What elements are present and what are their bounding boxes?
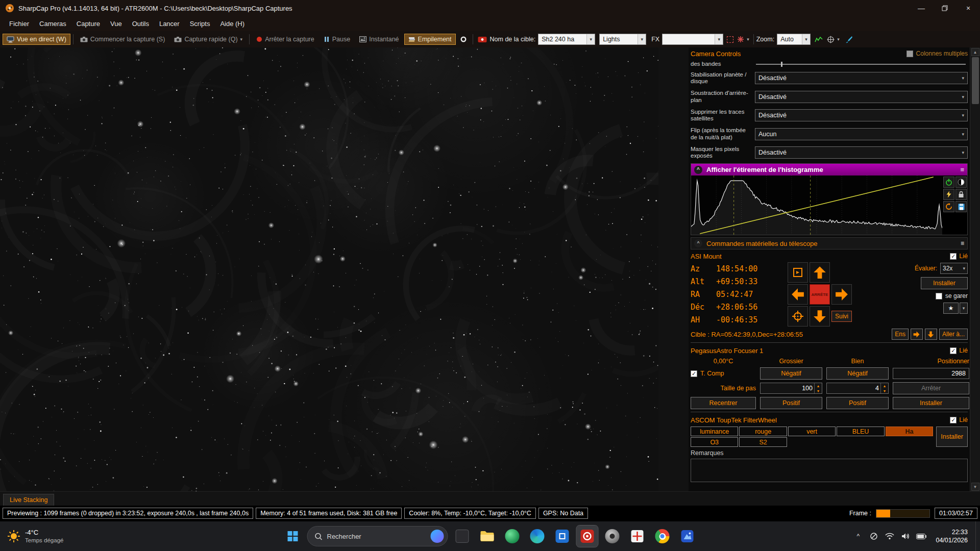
start-capture-button[interactable]: Commencer la capture (S) bbox=[76, 34, 169, 45]
spinner-arrows[interactable]: ▲▼ bbox=[880, 383, 888, 393]
focuser-stop-button[interactable]: Arrêter bbox=[893, 382, 969, 394]
close-button[interactable]: × bbox=[957, 0, 980, 16]
filter-bleu[interactable]: BLEU bbox=[837, 427, 884, 436]
photos-app-icon[interactable] bbox=[677, 525, 698, 547]
search-box[interactable]: Rechercher bbox=[307, 526, 448, 546]
slew-rate-dropdown[interactable]: 32x▾ bbox=[940, 263, 968, 274]
fx-combo[interactable]: ▾ bbox=[662, 34, 723, 45]
menu-lancer[interactable]: Lancer bbox=[154, 16, 185, 31]
filter-rouge[interactable]: rouge bbox=[739, 427, 787, 436]
taskbar-clock[interactable]: 22:33 04/01/2026 bbox=[930, 528, 973, 545]
filter-vert[interactable]: vert bbox=[788, 427, 836, 436]
weather-widget[interactable]: -4°C Temps dégagé bbox=[0, 521, 70, 551]
scroll-down-icon[interactable]: ▼ bbox=[971, 483, 979, 491]
menu-cameras[interactable]: Cameras bbox=[34, 16, 71, 31]
star-dropdown[interactable]: ▾ bbox=[960, 303, 968, 314]
histogram-curve-icon[interactable] bbox=[812, 36, 826, 43]
chevron-down-icon[interactable]: ▾ bbox=[836, 37, 841, 42]
frame-slew-button[interactable] bbox=[788, 262, 808, 283]
menu-scripts[interactable]: Scripts bbox=[185, 16, 215, 31]
panel-scrollbar[interactable]: ▲ ▼ bbox=[970, 47, 980, 491]
panel-splitter[interactable] bbox=[658, 47, 689, 491]
background-subtraction-dropdown[interactable]: Désactivé▾ bbox=[755, 91, 968, 103]
fine-negative-button[interactable]: Négatif bbox=[826, 367, 889, 380]
filter-s2[interactable]: S2 bbox=[739, 437, 787, 447]
star-button[interactable]: ★ bbox=[943, 303, 959, 314]
show-desktop-button[interactable] bbox=[975, 521, 978, 551]
coarse-step-spinner[interactable]: 100 ▲▼ bbox=[760, 383, 822, 394]
goto-button[interactable]: Aller à... bbox=[939, 329, 968, 340]
temp-comp-toggle[interactable]: ✓T. Comp bbox=[691, 370, 756, 377]
filter-o3[interactable]: O3 bbox=[691, 437, 738, 447]
start-button[interactable] bbox=[282, 525, 304, 547]
push-target-button[interactable] bbox=[911, 329, 923, 340]
park-checkbox[interactable] bbox=[936, 293, 942, 299]
hide-pixels-dropdown[interactable]: Désactivé▾ bbox=[755, 146, 968, 159]
slew-east-button[interactable] bbox=[831, 284, 852, 305]
volume-icon[interactable] bbox=[899, 530, 912, 543]
search-highlight-icon[interactable] bbox=[431, 530, 444, 543]
banding-slider[interactable] bbox=[756, 64, 966, 65]
selection-area-icon[interactable] bbox=[724, 36, 736, 43]
battery-icon[interactable] bbox=[915, 530, 928, 543]
notes-textarea[interactable] bbox=[691, 459, 968, 482]
coarse-negative-button[interactable]: Négatif bbox=[760, 367, 822, 380]
collapse-icon[interactable]: ^ bbox=[694, 239, 702, 247]
flip-dropdown[interactable]: Aucun▾ bbox=[755, 128, 968, 140]
scroll-up-icon[interactable]: ▲ bbox=[971, 48, 979, 56]
multi-columns-checkbox[interactable] bbox=[906, 51, 913, 57]
stacking-button[interactable]: Empilement bbox=[404, 34, 456, 45]
mount-linked-checkbox[interactable]: ✓ bbox=[950, 253, 957, 260]
pull-target-button[interactable] bbox=[925, 329, 937, 340]
black-white-level-icon[interactable] bbox=[955, 177, 967, 188]
scrollbar-thumb[interactable] bbox=[972, 57, 979, 104]
histogram-header[interactable]: ^ Afficher l'étirement de l'histogramme … bbox=[691, 164, 967, 176]
collapse-icon[interactable]: ^ bbox=[694, 166, 702, 174]
temp-comp-checkbox[interactable]: ✓ bbox=[691, 370, 697, 377]
recenter-button[interactable]: Recentrer bbox=[691, 397, 756, 409]
stop-capture-button[interactable]: Arrêter la capture bbox=[252, 34, 318, 45]
telescope-section-header[interactable]: ^ Commandes matérielles du télescope ≡ bbox=[691, 237, 968, 249]
lock-icon[interactable] bbox=[955, 189, 967, 200]
stabilisation-dropdown[interactable]: Désactivé▾ bbox=[755, 72, 968, 84]
mount-linked-toggle[interactable]: ✓ Lié bbox=[950, 253, 968, 260]
app-icon[interactable] bbox=[5, 4, 14, 13]
auto-stretch-icon[interactable] bbox=[943, 177, 954, 188]
snapshot-button[interactable]: Instantané bbox=[355, 34, 403, 45]
slew-west-button[interactable] bbox=[788, 284, 808, 305]
focuser-install-button[interactable]: Installer bbox=[893, 397, 969, 409]
slew-south-button[interactable] bbox=[810, 306, 830, 327]
park-toggle[interactable]: se garer bbox=[936, 292, 968, 299]
live-stacking-tab[interactable]: Live Stacking bbox=[3, 494, 54, 506]
quick-capture-button[interactable]: Capture rapide (Q) ▾ bbox=[170, 34, 247, 45]
tray-chevron-icon[interactable]: ^ bbox=[851, 530, 865, 543]
histogram-canvas[interactable] bbox=[691, 176, 942, 235]
satellite-trails-dropdown[interactable]: Désactivé▾ bbox=[755, 109, 968, 121]
spinner-arrows[interactable]: ▲▼ bbox=[814, 383, 822, 393]
wifi-icon[interactable] bbox=[883, 530, 896, 543]
menu-icon[interactable]: ≡ bbox=[960, 166, 964, 173]
tracking-button[interactable]: Suivi bbox=[831, 311, 852, 322]
app-dark-window[interactable] bbox=[452, 525, 473, 547]
fx-clear-icon[interactable] bbox=[737, 36, 744, 43]
zoom-combo[interactable]: Auto ▾ bbox=[777, 34, 811, 45]
ens-button[interactable]: Ens bbox=[892, 329, 909, 340]
slew-north-button[interactable] bbox=[810, 262, 830, 283]
menu-outils[interactable]: Outils bbox=[127, 16, 154, 31]
focuser-linked-checkbox[interactable]: ✓ bbox=[950, 347, 957, 354]
target-name-combo[interactable]: Sh2 240 ha ▾ bbox=[538, 34, 595, 45]
chrome-browser-icon[interactable] bbox=[652, 525, 673, 547]
frame-type-combo[interactable]: Lights ▾ bbox=[599, 34, 646, 45]
planetarium-app-icon[interactable] bbox=[502, 525, 523, 547]
edge-browser-icon[interactable] bbox=[527, 525, 548, 547]
do-not-disturb-icon[interactable] bbox=[867, 530, 880, 543]
menu-vue[interactable]: Vue bbox=[105, 16, 127, 31]
filterwheel-linked-toggle[interactable]: ✓ Lié bbox=[950, 416, 968, 423]
menu-capture[interactable]: Capture bbox=[71, 16, 105, 31]
menu-aide[interactable]: Aide (H) bbox=[215, 16, 250, 31]
center-target-button[interactable] bbox=[788, 306, 808, 327]
minimize-button[interactable]: — bbox=[910, 0, 933, 16]
guiding-app-icon[interactable] bbox=[627, 525, 648, 547]
reset-stretch-icon[interactable] bbox=[943, 201, 954, 212]
mount-stop-button[interactable]: ARRÊTE bbox=[810, 284, 830, 305]
